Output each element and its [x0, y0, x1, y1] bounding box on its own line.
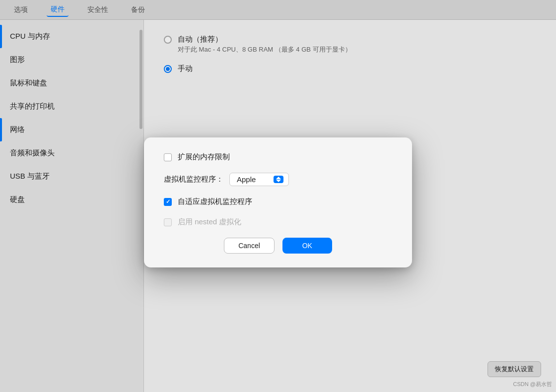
nested-virtualization-checkbox[interactable]: [164, 218, 172, 226]
modal-dialog: 扩展的内存限制 虚拟机监控程序： Apple 自适应虚拟机监控程序 启用 nes…: [144, 137, 412, 267]
adaptive-hypervisor-checkbox[interactable]: [164, 198, 172, 206]
adaptive-hypervisor-row: 自适应虚拟机监控程序: [164, 197, 392, 206]
extended-memory-row: 扩展的内存限制: [164, 152, 392, 162]
extended-memory-label: 扩展的内存限制: [178, 152, 230, 162]
arrow-up-icon: [276, 177, 281, 179]
selector-arrows-icon: [274, 176, 283, 183]
arrow-down-icon: [276, 180, 281, 182]
hypervisor-selector[interactable]: Apple: [229, 173, 289, 186]
extended-memory-checkbox[interactable]: [164, 153, 172, 161]
ok-button[interactable]: OK: [282, 238, 332, 254]
hypervisor-value: Apple: [237, 175, 270, 184]
cancel-button[interactable]: Cancel: [224, 238, 275, 254]
adaptive-hypervisor-label: 自适应虚拟机监控程序: [178, 197, 252, 206]
hypervisor-label: 虚拟机监控程序：: [164, 175, 223, 184]
nested-virtualization-row: 启用 nested 虚拟化: [164, 217, 392, 227]
hypervisor-row: 虚拟机监控程序： Apple: [164, 173, 392, 186]
nested-virtualization-label: 启用 nested 虚拟化: [178, 217, 241, 227]
modal-buttons: Cancel OK: [164, 238, 392, 254]
